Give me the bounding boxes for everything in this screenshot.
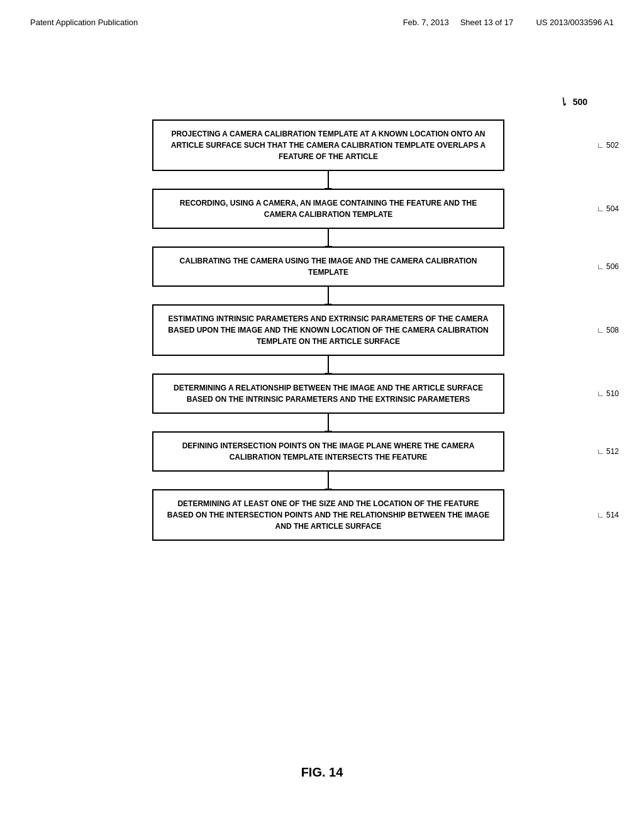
sheet-info: Sheet 13 of 17: [460, 18, 514, 27]
step-512-box: DEFINING INTERSECTION POINTS ON THE IMAG…: [152, 431, 504, 472]
arrow-4: [328, 356, 329, 374]
step-510-row: DETERMINING A RELATIONSHIP BETWEEN THE I…: [50, 374, 606, 414]
step-504-row: RECORDING, USING A CAMERA, AN IMAGE CONT…: [50, 189, 606, 229]
step-506-box: CALIBRATING THE CAMERA USING THE IMAGE A…: [152, 246, 504, 287]
arrow-1: [328, 171, 329, 189]
step-508-box: ESTIMATING INTRINSIC PARAMETERS AND EXTR…: [152, 304, 504, 356]
step-506-label: ∟ 506: [597, 262, 619, 271]
header-middle: Feb. 7, 2013 Sheet 13 of 17 US 2013/0033…: [403, 18, 614, 27]
step-502-row: PROJECTING A CAMERA CALIBRATION TEMPLATE…: [50, 119, 606, 171]
arrow-6: [328, 472, 329, 489]
step-512-label: ∟ 512: [597, 447, 619, 456]
arrow-3: [328, 287, 329, 304]
page-header: Patent Application Publication Feb. 7, 2…: [0, 0, 644, 27]
arrow-5: [328, 414, 329, 431]
step-510-box: DETERMINING A RELATIONSHIP BETWEEN THE I…: [152, 374, 504, 414]
step-502-label: ∟ 502: [597, 141, 619, 150]
step-506-row: CALIBRATING THE CAMERA USING THE IMAGE A…: [50, 246, 606, 287]
header-left: Patent Application Publication: [30, 18, 138, 27]
step-504-label: ∟ 504: [597, 204, 619, 213]
step-508-row: ESTIMATING INTRINSIC PARAMETERS AND EXTR…: [50, 304, 606, 356]
figure-label: FIG. 14: [0, 765, 644, 780]
step-504-box: RECORDING, USING A CAMERA, AN IMAGE CONT…: [152, 189, 504, 229]
patent-number: US 2013/0033596 A1: [536, 18, 614, 27]
step-502-box: PROJECTING A CAMERA CALIBRATION TEMPLATE…: [152, 119, 504, 171]
step-512-row: DEFINING INTERSECTION POINTS ON THE IMAG…: [50, 431, 606, 472]
step-510-label: ∟ 510: [597, 389, 619, 398]
step-514-box: DETERMINING AT LEAST ONE OF THE SIZE AND…: [152, 489, 504, 541]
flowchart: PROJECTING A CAMERA CALIBRATION TEMPLATE…: [50, 119, 606, 541]
arrow-2: [328, 229, 329, 246]
step-508-label: ∟ 508: [597, 326, 619, 335]
flow-number-label: 500: [573, 97, 587, 107]
step-514-label: ∟ 514: [597, 511, 619, 519]
flow-checkmark-icon: ✓: [555, 92, 572, 111]
step-514-row: DETERMINING AT LEAST ONE OF THE SIZE AND…: [50, 489, 606, 541]
